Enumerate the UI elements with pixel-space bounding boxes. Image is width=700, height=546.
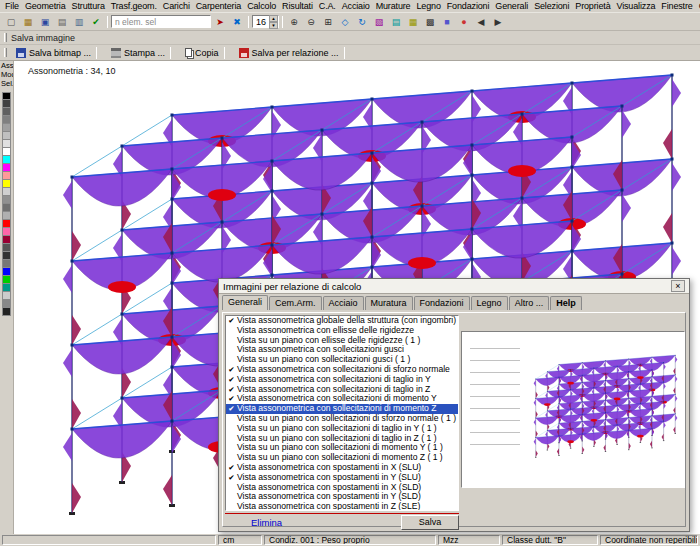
palette-color-cell[interactable] (2, 156, 11, 164)
palette-color-cell[interactable] (2, 196, 11, 204)
menu-item[interactable]: Proprietà (572, 1, 613, 11)
palette-color-cell[interactable] (2, 204, 11, 212)
next-view-icon[interactable]: ▶ (490, 15, 506, 29)
menu-item[interactable]: Finestre (658, 1, 695, 11)
print-image-button[interactable]: Stampa ... (106, 46, 178, 60)
palette-color-cell[interactable] (2, 236, 11, 244)
axonometric-view-icon[interactable]: ▧ (371, 15, 387, 29)
dialog-tab[interactable]: Generali (222, 295, 268, 310)
menu-item[interactable]: Carpenteria (193, 1, 244, 11)
dialog-tab[interactable]: Muratura (365, 296, 413, 310)
check-mark-icon (226, 434, 237, 444)
menu-item[interactable]: Opzioni (696, 1, 700, 11)
dialog-tab[interactable]: Fondazioni (414, 296, 470, 310)
pan-icon[interactable]: ◇ (337, 15, 353, 29)
palette-color-cell[interactable] (2, 140, 11, 148)
spinner-up-icon[interactable]: ▲ (269, 15, 278, 22)
menu-item[interactable]: Murature (373, 1, 414, 11)
palette-color-cell[interactable] (2, 260, 11, 268)
zoom-out-icon[interactable]: ⊖ (303, 15, 319, 29)
menu-item[interactable]: Carichi (160, 1, 193, 11)
dialog-tab[interactable]: Help (550, 296, 582, 310)
top-view-icon[interactable]: ▦ (405, 15, 421, 29)
wireframe-icon[interactable]: ▩ (422, 15, 438, 29)
front-view-icon[interactable]: ▤ (388, 15, 404, 29)
palette-color-cell[interactable] (2, 164, 11, 172)
check-mark-icon (226, 404, 237, 414)
zoom-window-icon[interactable]: ⊞ (320, 15, 336, 29)
save-report-button[interactable]: Salva per relazione ... (234, 46, 352, 60)
selection-count-field[interactable] (111, 15, 211, 28)
dialog-title-bar[interactable]: Immagini per relazione di calcolo × (219, 279, 689, 294)
info-icon[interactable]: ● (456, 15, 472, 29)
palette-color-cell[interactable] (2, 244, 11, 252)
palette-color-cell[interactable] (2, 124, 11, 132)
save-icon[interactable]: ▣ (37, 15, 53, 29)
palette-color-cell[interactable] (2, 132, 11, 140)
spinner-down-icon[interactable]: ▼ (269, 22, 278, 29)
menu-item[interactable]: Legno (413, 1, 443, 11)
toolbar-grip[interactable] (4, 48, 7, 57)
close-icon[interactable]: × (671, 280, 685, 292)
palette-color-cell[interactable] (2, 300, 11, 308)
menu-item[interactable]: Fondazioni (444, 1, 493, 11)
palette-color-cell[interactable] (2, 108, 11, 116)
solid-view-icon[interactable]: ■ (439, 15, 455, 29)
font-size-spinner[interactable]: 16 ▲ ▼ (252, 15, 279, 28)
palette-color-cell[interactable] (2, 252, 11, 260)
menu-item[interactable]: File (2, 1, 22, 11)
palette-color-cell[interactable] (2, 228, 11, 236)
palette-color-cell[interactable] (2, 188, 11, 196)
palette-color-cell[interactable] (2, 172, 11, 180)
palette-color-cell[interactable] (2, 220, 11, 228)
palette-color-cell[interactable] (2, 268, 11, 276)
panel-tab-label[interactable]: Mod.. (0, 70, 13, 79)
image-list-item[interactable]: Vista assonometrica con spostamenti in Z… (226, 502, 458, 511)
palette-color-cell[interactable] (2, 276, 11, 284)
toolbar-grip[interactable] (4, 33, 7, 42)
save-bitmap-button[interactable]: Salva bitmap ... (11, 46, 104, 60)
deselect-icon[interactable]: ✖ (229, 15, 245, 29)
delete-link[interactable]: Elimina (251, 517, 282, 528)
rotate-view-icon[interactable]: ↻ (354, 15, 370, 29)
palette-color-cell[interactable] (2, 92, 11, 100)
dialog-title: Immagini per relazione di calcolo (223, 281, 361, 292)
image-list: Vista assonometrica globale della strutt… (225, 315, 459, 511)
menu-item[interactable]: Acciaio (339, 1, 373, 11)
palette-color-cell[interactable] (2, 212, 11, 220)
print-icon[interactable]: ▤ (54, 15, 70, 29)
copy-icon[interactable]: ▥ (71, 15, 87, 29)
menu-item[interactable]: Generali (492, 1, 531, 11)
menu-item[interactable]: Selezioni (531, 1, 572, 11)
palette-color-cell[interactable] (2, 284, 11, 292)
palette-color-cell[interactable] (2, 308, 11, 316)
menu-item[interactable]: Struttura (69, 1, 108, 11)
previous-view-icon[interactable]: ◀ (473, 15, 489, 29)
menu-item[interactable]: C.A. (316, 1, 339, 11)
button-icon (16, 48, 26, 58)
palette-color-cell[interactable] (2, 116, 11, 124)
toolbar-left-icons: ▢▦▣▤▥✔ (3, 15, 104, 29)
palette-color-cell[interactable] (2, 180, 11, 188)
menu-item[interactable]: Visualizza (613, 1, 658, 11)
dialog-tab[interactable]: Altro ... (509, 296, 550, 310)
palette-color-cell[interactable] (2, 292, 11, 300)
dialog-tab[interactable]: Acciaio (323, 296, 364, 310)
palette-color-cell[interactable] (2, 148, 11, 156)
check-data-icon[interactable]: ✔ (88, 15, 104, 29)
menu-item[interactable]: Geometria (22, 1, 69, 11)
dialog-tab[interactable]: Cem.Arm. (269, 296, 322, 310)
panel-tab-label[interactable]: Sel.. (0, 79, 13, 88)
zoom-in-icon[interactable]: ⊕ (286, 15, 302, 29)
menu-item[interactable]: Calcolo (244, 1, 279, 11)
save-button[interactable]: Salva (401, 515, 459, 530)
open-icon[interactable]: ▦ (20, 15, 36, 29)
new-model-icon[interactable]: ▢ (3, 15, 19, 29)
menu-item[interactable]: Trasf.geom. (108, 1, 160, 11)
copy-image-button[interactable]: Copia (180, 46, 232, 60)
palette-color-cell[interactable] (2, 100, 11, 108)
panel-tab-label[interactable]: Ass.. (0, 61, 13, 70)
dialog-tab[interactable]: Legno (471, 296, 508, 310)
select-pointer-icon[interactable]: ➤ (212, 15, 228, 29)
menu-item[interactable]: Risultati (279, 1, 316, 11)
